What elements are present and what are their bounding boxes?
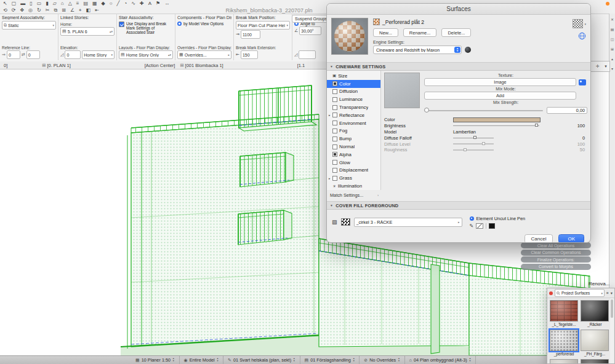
- panel-icon[interactable]: ▴: [611, 57, 613, 61]
- orbit-icon[interactable]: ↻: [37, 8, 41, 13]
- channel-tree-item[interactable]: Normal: [327, 143, 380, 151]
- lamp-tool-icon[interactable]: ○: [110, 1, 113, 6]
- stepper-arrows-icon[interactable]: ▲▼: [217, 358, 219, 362]
- channel-checkbox[interactable]: [332, 97, 337, 102]
- channel-checkbox[interactable]: [332, 144, 337, 149]
- operation-button[interactable]: Clear Common Operations: [521, 250, 591, 256]
- fill-foreground-pen-swatch[interactable]: [489, 223, 495, 229]
- channel-checkbox[interactable]: [332, 89, 337, 94]
- texture-image-icon[interactable]: [579, 79, 586, 85]
- dimension-tool-icon[interactable]: ↔: [164, 1, 169, 6]
- roof-tool-icon[interactable]: ⌂: [61, 1, 64, 6]
- line-tool-icon[interactable]: ╱: [117, 1, 120, 6]
- operation-button[interactable]: Clear All Operations: [521, 242, 591, 248]
- property-value[interactable]: 0: [560, 135, 587, 141]
- channel-tree-item[interactable]: Alpha: [327, 151, 380, 159]
- channel-checkbox[interactable]: [332, 136, 337, 141]
- grid-snap-icon[interactable]: ⊞: [62, 8, 66, 13]
- engine-settings-select[interactable]: Cineware and Redshift by Maxon ▲▼: [373, 46, 462, 54]
- internet-catalog-globe-icon[interactable]: [578, 32, 586, 40]
- channel-checkbox[interactable]: [332, 152, 337, 157]
- property-slider[interactable]: [453, 149, 494, 151]
- guide-lines-icon[interactable]: ∠: [70, 8, 74, 13]
- channel-tree-item[interactable]: Reflectance: [327, 111, 380, 119]
- mix-mode-button[interactable]: Add: [424, 92, 576, 100]
- extension-input[interactable]: 150: [241, 50, 258, 59]
- channel-tree-item[interactable]: Glow: [327, 159, 380, 167]
- element-uncut-line-pen-radio[interactable]: [470, 216, 474, 221]
- by-model-view-options-radio[interactable]: [177, 22, 182, 26]
- polyline-tool-icon[interactable]: ∿: [131, 1, 135, 6]
- ok-button[interactable]: OK: [558, 234, 584, 243]
- channel-checkbox[interactable]: [332, 105, 337, 110]
- slider-thumb[interactable]: [482, 142, 485, 145]
- measure-icon[interactable]: ⇤: [95, 8, 99, 13]
- channel-checkbox[interactable]: [332, 168, 337, 173]
- surface-thumbnail[interactable]: [550, 359, 578, 364]
- panel-icon[interactable]: ◫: [611, 37, 614, 41]
- quick-option[interactable]: ⊘ No Overrides ▲▼: [360, 356, 404, 364]
- stepper-arrows-icon[interactable]: ▲▼: [293, 358, 295, 362]
- property-slider[interactable]: [453, 125, 539, 127]
- undo-icon[interactable]: ⟲: [3, 8, 7, 13]
- surface-catalog-select[interactable]: Project Surfaces ▾: [555, 289, 605, 297]
- layouts-display-select[interactable]: ▤ Home Story Only ▴▾: [119, 50, 173, 59]
- notification-dot-icon[interactable]: [606, 2, 609, 6]
- stepper-arrows-icon[interactable]: ▲▼: [469, 358, 471, 362]
- status-item[interactable]: ▤ [001 Blombacka 1]: [180, 63, 223, 68]
- zoom-icon[interactable]: ◎: [28, 8, 33, 13]
- angle-secondary-input[interactable]: [299, 50, 316, 59]
- channel-tree-item[interactable]: ▣ Size: [327, 72, 380, 80]
- slab-tool-icon[interactable]: ▱: [53, 1, 57, 6]
- status-item[interactable]: 0]: [2, 63, 7, 68]
- channel-tree-item[interactable]: ☀ Illumination: [327, 182, 380, 190]
- pan-icon[interactable]: ✥: [20, 8, 24, 13]
- surface-thumbnail[interactable]: [550, 330, 578, 351]
- delete-button[interactable]: Delete...: [441, 28, 471, 37]
- mesh-tool-icon[interactable]: △: [68, 1, 72, 6]
- channel-checkbox[interactable]: [332, 160, 337, 165]
- panel-icon[interactable]: ⊞: [611, 47, 614, 51]
- reference-offset-input-1[interactable]: 0: [7, 50, 20, 59]
- channel-tree-item[interactable]: Diffusion: [327, 88, 380, 96]
- palette-scrollbar[interactable]: [610, 298, 614, 363]
- material-preview[interactable]: [331, 18, 368, 55]
- surface-item[interactable]: [550, 359, 578, 364]
- mix-strength-slider[interactable]: [424, 110, 543, 111]
- surface-thumbnail[interactable]: [581, 330, 609, 351]
- status-item[interactable]: [Action Center]: [143, 63, 175, 68]
- color-value-swatch[interactable]: [453, 117, 541, 122]
- column-tool-icon[interactable]: ▮: [46, 1, 48, 6]
- settings-icon[interactable]: ▾: [611, 291, 613, 296]
- cut-icon[interactable]: ✂: [46, 8, 50, 13]
- redo-icon[interactable]: ⟳: [12, 8, 16, 13]
- tracker-icon[interactable]: ▾: [605, 64, 607, 69]
- tracker-icon[interactable]: ✛: [596, 64, 600, 69]
- channel-tree-item[interactable]: Color: [327, 80, 380, 88]
- stair-tool-icon[interactable]: ≡: [76, 1, 79, 6]
- stepper-arrows-icon[interactable]: ▲▼: [398, 358, 400, 362]
- channel-checkbox[interactable]: [332, 121, 337, 125]
- text-tool-icon[interactable]: A: [148, 1, 151, 6]
- panel-icon[interactable]: ▾: [611, 66, 613, 71]
- channel-tree-item[interactable]: Transparency: [327, 103, 380, 111]
- fill-background-pen-swatch[interactable]: [476, 223, 483, 229]
- property-value[interactable]: 50: [560, 147, 587, 152]
- angle-input[interactable]: 30,00°: [299, 26, 321, 35]
- surface-thumbnail[interactable]: [581, 359, 609, 364]
- wall-tool-icon[interactable]: ▬: [20, 1, 25, 6]
- match-settings-button[interactable]: Match Settings... ›: [327, 191, 381, 199]
- surface-item[interactable]: _Räcker: [581, 300, 609, 327]
- segment-associativity-select[interactable]: ⧉ Static ▾: [2, 21, 56, 30]
- quick-option[interactable]: ⌂ 04 Plan ombyggnad (Alt-3) ▲▼: [405, 356, 476, 364]
- reference-offset-input-2[interactable]: 0: [26, 50, 40, 59]
- home-story-mode-select[interactable]: Home Story ▾: [82, 50, 115, 59]
- channel-tree-item[interactable]: Luminance: [327, 95, 380, 103]
- corner-column[interactable]: [431, 264, 440, 354]
- property-value[interactable]: 100: [560, 123, 587, 129]
- curtain-wall-tool-icon[interactable]: ▦: [92, 1, 97, 6]
- operation-button[interactable]: Convert to Morphs: [521, 264, 591, 270]
- property-select-value[interactable]: Lambertian: [453, 129, 476, 135]
- channel-tree-item[interactable]: Bump: [327, 135, 380, 143]
- surface-item[interactable]: _PH_Färg...: [581, 330, 609, 357]
